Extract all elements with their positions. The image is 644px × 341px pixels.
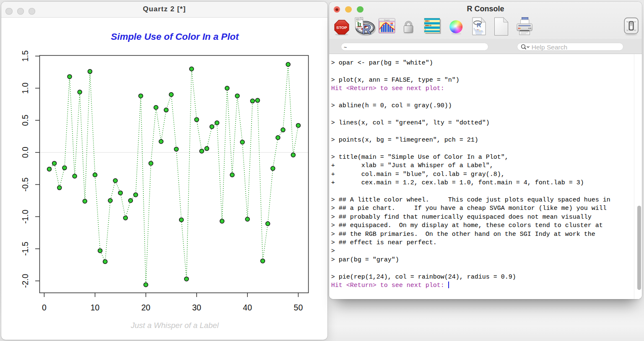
svg-text:-1.0: -1.0 (21, 209, 30, 224)
svg-text:10: 10 (91, 302, 100, 312)
svg-text:STOP: STOP (336, 25, 348, 30)
svg-text:30: 30 (192, 302, 201, 312)
svg-text:R: R (477, 21, 481, 28)
svg-text:-1.5: -1.5 (21, 241, 30, 256)
svg-text:-0.5: -0.5 (21, 177, 30, 191)
svg-text:0: 0 (42, 302, 47, 312)
svg-text:Simple Use of Color In a Plot: Simple Use of Color In a Plot (111, 31, 239, 41)
svg-text:1.0: 1.0 (21, 82, 30, 93)
svg-text:Just a Whisper of a Label: Just a Whisper of a Label (130, 320, 219, 329)
svg-text:-2.0: -2.0 (21, 274, 30, 288)
svg-text:0.5: 0.5 (21, 114, 30, 126)
svg-text:0.0: 0.0 (21, 147, 30, 158)
svg-text:1.5: 1.5 (21, 50, 30, 62)
svg-text:Quartz: Quartz (384, 19, 390, 21)
svg-text:20: 20 (141, 302, 151, 312)
svg-text:40: 40 (243, 302, 252, 312)
svg-text:50: 50 (294, 302, 303, 312)
